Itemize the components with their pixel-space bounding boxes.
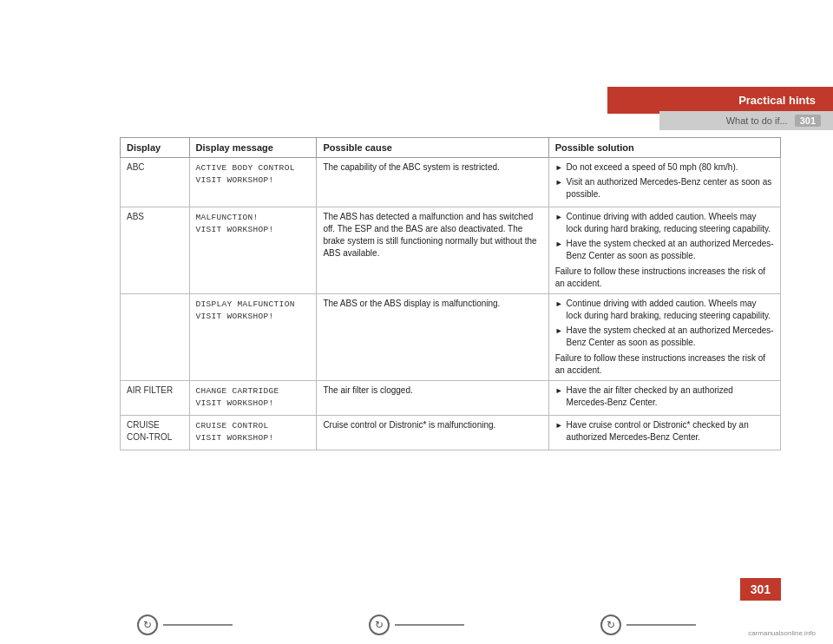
col-header-solution: Possible solution — [548, 138, 780, 158]
display-messages-table: Display Display message Possible cause P… — [120, 137, 781, 450]
bullet-arrow-icon: ► — [555, 212, 563, 223]
cell-message: MALFUNCTION! VISIT WORKSHOP! — [189, 207, 317, 294]
page-number: 301 — [740, 578, 781, 601]
what-to-do-tab: What to do if... 301 — [659, 111, 833, 130]
cell-display: ABC — [121, 158, 190, 207]
cell-solution: ►Continue driving with added caution. Wh… — [548, 294, 780, 381]
display-code: CRUISE CON-TROL — [127, 420, 172, 442]
what-to-do-badge: 301 — [795, 115, 821, 127]
solution-text: Continue driving with added caution. Whe… — [567, 211, 774, 235]
solution-item: ►Continue driving with added caution. Wh… — [555, 298, 774, 322]
solution-item: ►Have the system checked at an authorize… — [555, 238, 774, 262]
cell-cause: Cruise control or Distronic* is malfunct… — [317, 416, 548, 450]
main-table-container: Display Display message Possible cause P… — [120, 137, 781, 557]
message-code: CRUISE CONTROL VISIT WORKSHOP! — [196, 421, 274, 443]
cell-display: ABS — [121, 207, 190, 294]
table-row: AIR FILTERCHANGE CARTRIDGE VISIT WORKSHO… — [121, 381, 781, 416]
nav-icon-left[interactable]: ↻ — [137, 614, 158, 635]
table-row: CRUISE CON-TROLCRUISE CONTROL VISIT WORK… — [121, 416, 781, 450]
solution-item: ►Visit an authorized Mercedes-Benz cente… — [555, 176, 774, 200]
logo-area: carmanualsonline.info — [748, 629, 816, 637]
cell-solution: ►Continue driving with added caution. Wh… — [548, 207, 780, 294]
nav-right: ↻ — [600, 614, 696, 635]
cell-cause: The ABS or the ABS display is malfunctio… — [317, 294, 548, 381]
solution-text: Have the system checked at an authorized… — [567, 325, 774, 349]
nav-center: ↻ — [369, 614, 464, 635]
cell-message: CRUISE CONTROL VISIT WORKSHOP! — [189, 416, 317, 450]
display-code: ABC — [127, 162, 145, 172]
bullet-arrow-icon: ► — [555, 385, 563, 397]
message-code: MALFUNCTION! VISIT WORKSHOP! — [196, 213, 274, 234]
failure-note: Failure to follow these instructions inc… — [555, 266, 774, 290]
cell-display: CRUISE CON-TROL — [121, 416, 190, 450]
bullet-arrow-icon: ► — [555, 239, 563, 250]
bullet-arrow-icon: ► — [555, 177, 563, 188]
cell-display: AIR FILTER — [121, 381, 190, 416]
practical-hints-tab: Practical hints — [607, 87, 833, 114]
solution-item: ►Have cruise control or Distronic* check… — [555, 419, 774, 444]
message-code: ACTIVE BODY CONTROL VISIT WORKSHOP! — [196, 163, 295, 185]
bullet-arrow-icon: ► — [555, 162, 563, 174]
solution-text: Do not exceed a speed of 50 mph (80 km/h… — [567, 161, 738, 174]
cell-cause: The ABS has detected a malfunction and h… — [317, 207, 548, 294]
table-header-row: Display Display message Possible cause P… — [121, 138, 781, 158]
display-code: ABS — [127, 212, 144, 221]
solution-text: Have cruise control or Distronic* checke… — [567, 419, 774, 444]
message-code: DISPLAY MALFUNCTION VISIT WORKSHOP! — [196, 299, 295, 321]
header-area: Practical hints What to do if... 301 — [443, 0, 833, 126]
message-code: CHANGE CARTRIDGE VISIT WORKSHOP! — [196, 386, 279, 408]
col-header-display: Display — [121, 138, 190, 158]
table-row: ABCACTIVE BODY CONTROL VISIT WORKSHOP!Th… — [121, 158, 781, 207]
nav-line-left — [163, 624, 233, 626]
cell-display — [121, 294, 190, 381]
table-row: ABSMALFUNCTION! VISIT WORKSHOP!The ABS h… — [121, 207, 781, 294]
nav-icon-center[interactable]: ↻ — [369, 614, 390, 635]
bottom-nav: ↻ ↻ ↻ — [0, 614, 833, 635]
solution-item: ►Have the system checked at an authorize… — [555, 325, 774, 349]
solution-text: Visit an authorized Mercedes-Benz center… — [567, 176, 774, 200]
cell-message: CHANGE CARTRIDGE VISIT WORKSHOP! — [189, 381, 317, 416]
nav-line-right — [626, 624, 696, 626]
cell-cause: The capability of the ABC system is rest… — [317, 158, 548, 207]
bullet-arrow-icon: ► — [555, 325, 563, 337]
practical-hints-label: Practical hints — [738, 94, 816, 107]
solution-item: ►Have the air filter checked by an autho… — [555, 384, 774, 409]
display-code: AIR FILTER — [127, 385, 173, 395]
cell-solution: ►Have the air filter checked by an autho… — [548, 381, 780, 416]
cell-message: DISPLAY MALFUNCTION VISIT WORKSHOP! — [189, 294, 317, 381]
bullet-arrow-icon: ► — [555, 299, 563, 310]
what-to-do-label: What to do if... — [726, 115, 788, 126]
cell-cause: The air filter is clogged. — [317, 381, 548, 416]
cell-solution: ►Have cruise control or Distronic* check… — [548, 416, 780, 450]
logo-text: carmanualsonline.info — [748, 629, 816, 637]
cell-message: ACTIVE BODY CONTROL VISIT WORKSHOP! — [189, 158, 317, 207]
nav-left: ↻ — [137, 614, 233, 635]
cell-solution: ►Do not exceed a speed of 50 mph (80 km/… — [548, 158, 780, 207]
nav-line-center — [395, 624, 464, 626]
failure-note: Failure to follow these instructions inc… — [555, 352, 774, 377]
col-header-cause: Possible cause — [317, 138, 548, 158]
solution-item: ►Continue driving with added caution. Wh… — [555, 211, 774, 235]
solution-text: Continue driving with added caution. Whe… — [567, 298, 774, 322]
table-row: DISPLAY MALFUNCTION VISIT WORKSHOP!The A… — [121, 294, 781, 381]
bullet-arrow-icon: ► — [555, 420, 563, 431]
solution-item: ►Do not exceed a speed of 50 mph (80 km/… — [555, 161, 774, 174]
solution-text: Have the air filter checked by an author… — [567, 384, 774, 409]
nav-icon-right[interactable]: ↻ — [600, 614, 621, 635]
col-header-message: Display message — [189, 138, 317, 158]
solution-text: Have the system checked at an authorized… — [567, 238, 774, 262]
